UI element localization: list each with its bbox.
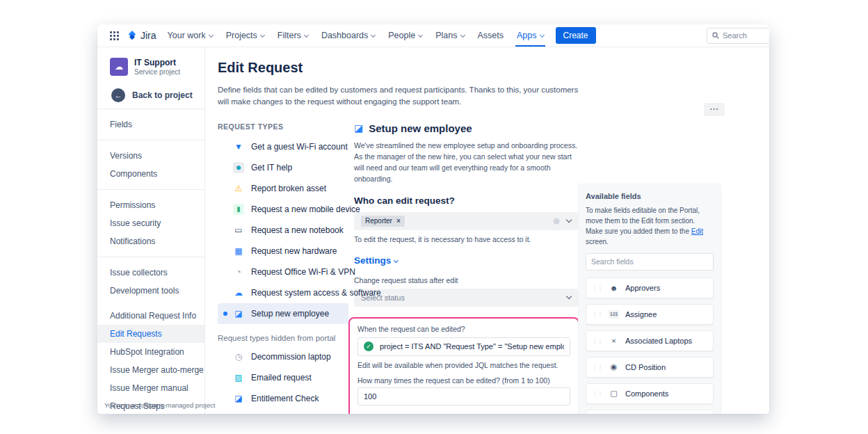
- sidebar-item-label: HubSpot Integration: [110, 347, 184, 357]
- nav-item[interactable]: People: [388, 24, 422, 47]
- nav-item-label: Projects: [226, 31, 257, 40]
- clear-select-icon[interactable]: ⊗: [553, 216, 560, 226]
- jql-input[interactable]: ✓ project = ITS AND "Request Type" = "Se…: [357, 337, 570, 356]
- request-type-label: Entitlement Check: [251, 394, 319, 403]
- status-select[interactable]: Select status: [354, 289, 578, 307]
- field-label: Associated Laptops: [625, 337, 692, 345]
- number-icon: 123: [609, 310, 619, 319]
- sidebar-item[interactable]: Issue security: [97, 214, 204, 232]
- drag-handle-icon[interactable]: [592, 284, 602, 291]
- jira-logo[interactable]: Jira: [127, 30, 156, 41]
- sidebar-item-label: Issue security: [110, 218, 161, 228]
- divider: [97, 140, 204, 140]
- search-fields-input[interactable]: [586, 253, 714, 271]
- reporter-tag-label: Reporter: [365, 217, 392, 225]
- edit-screen-link[interactable]: Edit: [691, 227, 703, 235]
- nav-item[interactable]: Assets: [478, 24, 504, 47]
- request-type-label: Request Office Wi-Fi & VPN: [251, 267, 355, 277]
- sidebar-item[interactable]: Development tools: [97, 282, 204, 300]
- request-type-item[interactable]: ▨ Emailed request: [218, 367, 348, 388]
- request-type-label: Emailed request: [251, 373, 312, 383]
- jql-value: project = ITS AND "Request Type" = "Setu…: [380, 342, 564, 351]
- top-navigation: Jira Your work Projects Filters Dashboar…: [97, 24, 769, 47]
- jql-valid-icon: ✓: [364, 341, 373, 351]
- project-sidebar: ☁ IT Support Service project ← Back to p…: [97, 47, 205, 414]
- request-type-item[interactable]: ◪ Entitlement Check: [218, 388, 348, 409]
- divider: [97, 108, 204, 109]
- settings-toggle[interactable]: Settings: [354, 255, 578, 266]
- sidebar-item-label: Fields: [110, 120, 132, 129]
- warning-icon: ⚠: [233, 183, 244, 194]
- times-label: How many times the request can be edited…: [357, 376, 570, 385]
- request-type-item[interactable]: ▮ Request a new mobile device: [218, 199, 348, 220]
- nav-item[interactable]: Dashboards: [321, 24, 375, 47]
- request-type-item[interactable]: ▭ Request a new notebook: [218, 220, 348, 241]
- sidebar-item[interactable]: Components: [97, 165, 204, 183]
- request-type-item[interactable]: ☁ Request system access & software: [218, 282, 348, 303]
- project-avatar: ☁: [110, 58, 128, 76]
- field-card[interactable]: ☻ Approvers: [586, 278, 714, 298]
- nav-item[interactable]: Projects: [226, 24, 264, 47]
- sidebar-item[interactable]: HubSpot Integration: [97, 343, 204, 361]
- nav-item[interactable]: Plans: [435, 24, 464, 47]
- remove-tag-icon[interactable]: ×: [396, 217, 401, 225]
- chevron-down-icon: [539, 32, 544, 37]
- back-to-project-button[interactable]: ← Back to project: [97, 88, 204, 102]
- sidebar-item[interactable]: Versions: [97, 147, 204, 165]
- create-button[interactable]: Create: [556, 27, 596, 44]
- search-input[interactable]: [723, 31, 761, 40]
- project-name: IT Support: [134, 58, 180, 67]
- chevron-down-icon: [394, 258, 399, 263]
- sidebar-item[interactable]: Fields: [97, 115, 204, 134]
- main-content: Edit Request Define fields that can be e…: [205, 47, 769, 414]
- nav-item[interactable]: Your work: [168, 24, 213, 47]
- nav-item[interactable]: Filters: [278, 24, 308, 47]
- sidebar-item[interactable]: Issue collectors: [97, 264, 204, 282]
- sidebar-item-label: Development tools: [110, 286, 179, 296]
- request-type-item[interactable]: ▦ Request new hardware: [218, 241, 348, 262]
- request-type-item[interactable]: ☺ Fix an account problem: [218, 409, 348, 415]
- app-window: Jira Your work Projects Filters Dashboar…: [97, 24, 769, 414]
- available-fields-list: ☻ Approvers 123 Assignee × Associated La…: [586, 278, 714, 415]
- sidebar-item[interactable]: Issue Merger auto-merge: [97, 361, 204, 379]
- global-search[interactable]: [707, 28, 769, 44]
- sidebar-item-label: Additional Request Info: [110, 311, 196, 321]
- request-type-item[interactable]: ◪ Setup new employee: [218, 303, 348, 324]
- project-type: Service project: [134, 68, 180, 76]
- sidebar-item[interactable]: Notifications: [97, 232, 204, 250]
- email-icon: ▨: [233, 372, 244, 383]
- field-card[interactable]: 123 Assignee: [586, 304, 714, 325]
- sidebar-item-label: Notifications: [110, 236, 155, 246]
- request-type-label: Report broken asset: [251, 184, 326, 193]
- sidebar-item[interactable]: Permissions: [97, 196, 204, 214]
- field-card[interactable]: × Associated Laptops: [586, 330, 714, 351]
- field-card[interactable]: ▢ Components: [586, 383, 714, 404]
- times-input[interactable]: [357, 387, 570, 405]
- nav-item-label: Dashboards: [321, 31, 368, 40]
- who-can-edit-select[interactable]: Reporter × ⊗: [354, 212, 578, 230]
- request-type-item[interactable]: ☻ Get IT help: [218, 157, 348, 178]
- description-text: screen.: [586, 238, 609, 246]
- request-type-item[interactable]: ◷ Decommission laptop: [218, 346, 348, 367]
- request-type-item[interactable]: ◔ Request Office Wi-Fi & VPN: [218, 262, 348, 282]
- sidebar-item[interactable]: Edit Requests: [97, 325, 204, 343]
- more-options-button[interactable]: ⋯: [704, 103, 725, 116]
- field-label: Components: [625, 389, 668, 398]
- nav-item-label: Your work: [168, 31, 206, 40]
- sidebar-item[interactable]: Issue Merger manual: [97, 379, 204, 397]
- request-type-item[interactable]: ▼ Get a guest Wi-Fi account: [218, 136, 348, 157]
- back-arrow-icon: ←: [111, 88, 125, 102]
- drag-handle-icon[interactable]: [592, 311, 602, 318]
- request-type-item[interactable]: ⚠ Report broken asset: [218, 178, 348, 199]
- nav-item[interactable]: Apps: [517, 24, 544, 47]
- reporter-tag: Reporter ×: [361, 216, 405, 227]
- sidebar-item[interactable]: Additional Request Info: [97, 307, 204, 325]
- drag-handle-icon[interactable]: [592, 364, 602, 371]
- wifi-funnel-icon: ▼: [233, 141, 244, 152]
- sidebar-nav: Fields Versions Components Permissions I…: [97, 108, 204, 414]
- app-switcher-icon[interactable]: [106, 27, 122, 44]
- field-card[interactable]: ≡ Description: [586, 410, 714, 415]
- field-card[interactable]: ◉ CD Position: [586, 357, 714, 378]
- drag-handle-icon[interactable]: [592, 337, 602, 344]
- drag-handle-icon[interactable]: [592, 390, 602, 397]
